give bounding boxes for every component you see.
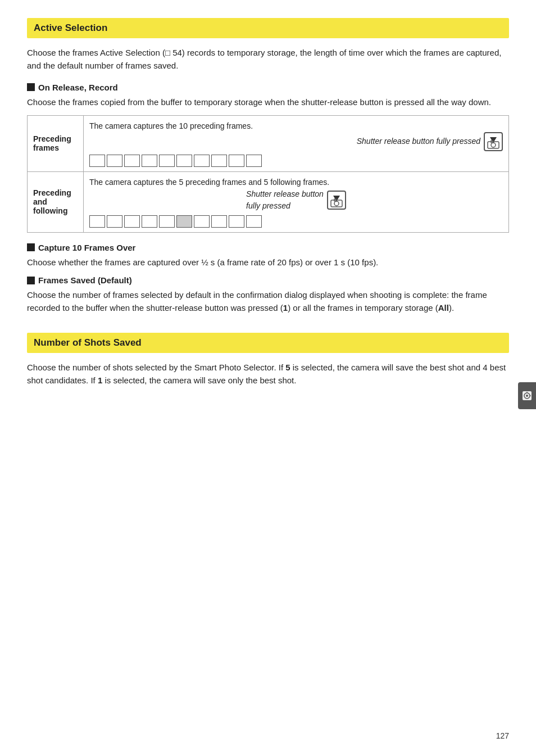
pf-frame-2 — [107, 215, 122, 228]
on-release-text: Choose the frames copied from the buffer… — [27, 97, 491, 107]
shutter-svg — [485, 134, 501, 150]
frame-6 — [176, 155, 192, 167]
active-selection-header: Active Selection — [27, 18, 509, 38]
preceding-following-desc: The camera captures the 5 preceding fram… — [89, 176, 503, 188]
frames-saved-header: Frames Saved (Default) — [27, 275, 509, 285]
capture-frames-body: Choose whether the frames are captured o… — [27, 256, 509, 269]
pf-frame-5 — [159, 215, 175, 228]
on-release-body: Choose the frames copied from the buffer… — [27, 96, 509, 108]
frames-saved-icon — [27, 277, 35, 284]
number-shots-header: Number of Shots Saved — [27, 333, 509, 353]
on-release-title: On Release, Record — [38, 83, 118, 92]
frame-1 — [89, 155, 105, 167]
table-row-preceding: Precedingframes The camera captures the … — [28, 115, 509, 171]
pf-frame-3 — [124, 215, 140, 228]
preceding-shutter-icon — [484, 132, 503, 151]
bookmark-icon — [521, 390, 533, 401]
svg-point-10 — [526, 395, 528, 397]
frame-4 — [142, 155, 157, 167]
capture-frames-title: Capture 10 Frames Over — [38, 243, 135, 252]
frames-saved-title: Frames Saved (Default) — [38, 275, 132, 285]
preceding-frames-label-text: Precedingframes — [33, 134, 71, 152]
number-shots-text: Choose the number of shots selected by t… — [27, 363, 506, 385]
pf-frame-8 — [211, 215, 227, 228]
frame-9 — [229, 155, 244, 167]
preceding-shutter-label: Shutter release button fully pressed — [357, 135, 480, 147]
preceding-following-label-text: Precedingandfollowing — [33, 188, 71, 215]
right-tab — [518, 382, 536, 409]
preceding-following-shutter-diagram: Shutter release buttonfully pressed — [89, 188, 503, 212]
active-selection-text: Choose the frames Active Selection (□ 54… — [27, 48, 501, 70]
preceding-following-shutter-icon — [327, 191, 346, 210]
preceding-following-label: Precedingandfollowing — [28, 171, 84, 232]
preceding-frames-desc: The camera captures the 10 preceding fra… — [89, 120, 503, 132]
preceding-following-frame-strip — [89, 215, 503, 228]
frames-saved-body: Choose the number of frames selected by … — [27, 288, 509, 315]
capture-frames-header: Capture 10 Frames Over — [27, 243, 509, 252]
pf-frame-4 — [142, 215, 157, 228]
svg-point-2 — [491, 143, 496, 147]
frames-saved-text: Choose the number of frames selected by … — [27, 290, 487, 313]
frame-7 — [194, 155, 210, 167]
preceding-following-shutter-label: Shutter release buttonfully pressed — [246, 188, 324, 212]
svg-point-6 — [334, 201, 339, 206]
frame-8 — [211, 155, 227, 167]
preceding-following-content: The camera captures the 5 preceding fram… — [84, 171, 509, 232]
frame-5 — [159, 155, 175, 167]
preceding-following-frame-strip-wrapper — [89, 215, 503, 228]
preceding-shutter-diagram: Shutter release button fully pressed — [89, 132, 503, 151]
page-number: 127 — [496, 731, 509, 740]
frame-3 — [124, 155, 140, 167]
active-selection-body: Choose the frames Active Selection (□ 54… — [27, 46, 509, 73]
frames-table: Precedingframes The camera captures the … — [27, 115, 509, 233]
pf-frame-9 — [229, 215, 244, 228]
number-shots-title: Number of Shots Saved — [34, 337, 142, 348]
number-shots-body: Choose the number of shots selected by t… — [27, 361, 509, 387]
preceding-frames-content: The camera captures the 10 preceding fra… — [84, 115, 509, 171]
on-release-icon — [27, 83, 35, 91]
pf-frame-7 — [194, 215, 210, 228]
section-spacer-1 — [27, 322, 509, 333]
preceding-frame-strip-wrapper — [89, 155, 503, 167]
shutter-svg-2 — [329, 192, 344, 208]
active-selection-title: Active Selection — [34, 22, 107, 33]
pf-frame-6 — [176, 215, 192, 228]
pf-frame-10 — [246, 215, 262, 228]
preceding-frames-label: Precedingframes — [28, 115, 84, 171]
frame-10 — [246, 155, 262, 167]
on-release-record-header: On Release, Record — [27, 83, 509, 92]
frame-2 — [107, 155, 122, 167]
pf-frame-1 — [89, 215, 105, 228]
page-content: Active Selection Choose the frames Activ… — [0, 0, 536, 419]
capture-frames-icon — [27, 243, 35, 251]
preceding-frame-strip — [89, 155, 503, 167]
table-row-preceding-following: Precedingandfollowing The camera capture… — [28, 171, 509, 232]
capture-frames-text: Choose whether the frames are captured o… — [27, 257, 378, 267]
